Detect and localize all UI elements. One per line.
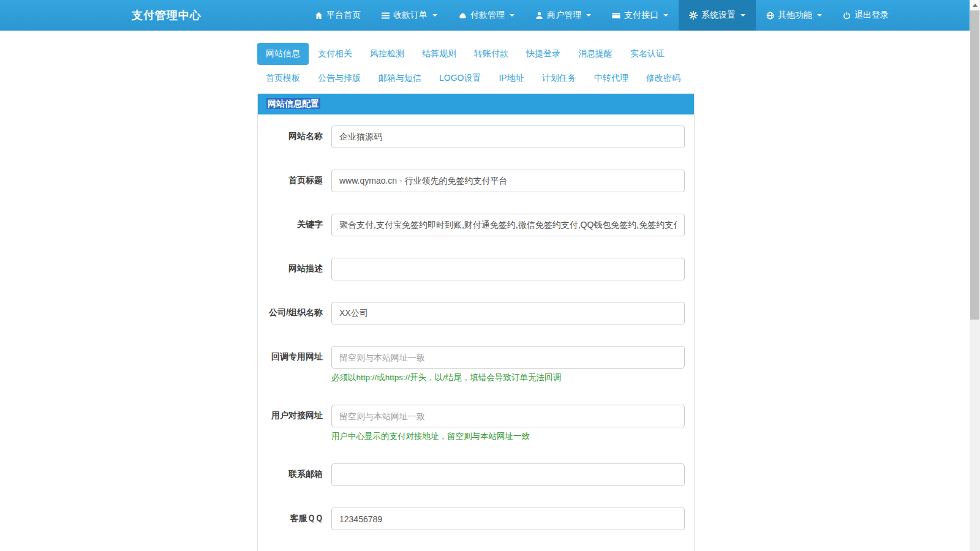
tab-site-info[interactable]: 网站信息 xyxy=(257,43,309,65)
tab-logo-settings[interactable]: LOGO设置 xyxy=(431,67,489,89)
chevron-down-icon xyxy=(586,14,591,17)
nav-logout[interactable]: 退出登录 xyxy=(832,0,899,31)
field-label: 联系邮箱 xyxy=(267,463,331,486)
field-help-text: 用户中心显示的支付对接地址，留空则与本站网址一致 xyxy=(331,431,685,442)
tab-ip-address[interactable]: IP地址 xyxy=(490,67,532,89)
form-row: 公司/组织名称 xyxy=(267,302,685,324)
globe-icon xyxy=(766,12,774,20)
tab-message-reminder[interactable]: 消息提醒 xyxy=(570,43,621,65)
tab-scheduled-tasks[interactable]: 计划任务 xyxy=(533,67,585,89)
tab-realname-auth[interactable]: 实名认证 xyxy=(622,43,673,65)
scroll-up-arrow-icon[interactable] xyxy=(970,0,980,10)
top-navbar: 支付管理中心 平台首页 收款订单 付款管理 商户管理 xyxy=(0,0,980,31)
nav-payment-management[interactable]: 付款管理 xyxy=(448,0,525,31)
site-info-panel: 网站信息配置 网站名称 首页标题 关键字 xyxy=(257,94,695,551)
chevron-down-icon xyxy=(510,14,514,17)
tab-transfer-payment[interactable]: 转账付款 xyxy=(466,43,517,65)
tab-risk-control[interactable]: 风控检测 xyxy=(361,43,413,65)
settings-tabs-row2: 首页模板 公告与排版 邮箱与短信 LOGO设置 IP地址 计划任务 中转代理 修… xyxy=(257,67,695,89)
site-name-input[interactable] xyxy=(331,126,685,148)
tab-email-sms[interactable]: 邮箱与短信 xyxy=(370,67,430,89)
power-icon xyxy=(843,12,851,20)
field-label: 回调专用网址 xyxy=(267,346,331,383)
app-title: 支付管理中心 xyxy=(132,0,202,31)
chevron-down-icon xyxy=(817,14,822,17)
chevron-down-icon xyxy=(432,14,437,17)
panel-heading: 网站信息配置 xyxy=(258,94,694,114)
company-name-input[interactable] xyxy=(331,302,685,324)
vertical-scrollbar[interactable] xyxy=(970,0,980,551)
panel-title: 网站信息配置 xyxy=(266,98,320,109)
tab-settlement-rules[interactable]: 结算规则 xyxy=(413,43,465,65)
field-label: 用户对接网址 xyxy=(267,405,331,442)
field-label: 网站描述 xyxy=(267,258,331,280)
field-help-text: 必须以http://或https://开头，以/结尾，填错会导致订单无法回调 xyxy=(331,372,685,383)
navbar-menu: 平台首页 收款订单 付款管理 商户管理 xyxy=(304,0,899,31)
chevron-down-icon xyxy=(663,14,668,17)
nav-collection-orders[interactable]: 收款订单 xyxy=(371,0,448,31)
form-row: 回调专用网址 必须以http://或https://开头，以/结尾，填错会导致订… xyxy=(267,346,685,383)
tab-announcement-layout[interactable]: 公告与排版 xyxy=(309,67,369,89)
keywords-input[interactable] xyxy=(331,214,685,236)
form-row: 用户对接网址 用户中心显示的支付对接地址，留空则与本站网址一致 xyxy=(267,405,685,442)
field-label: 公司/组织名称 xyxy=(267,302,331,324)
form-row: 首页标题 xyxy=(267,170,685,192)
field-label: 首页标题 xyxy=(267,170,331,192)
list-icon xyxy=(382,12,390,20)
tab-change-password[interactable]: 修改密码 xyxy=(638,67,689,89)
form-row: 关键字 xyxy=(267,214,685,236)
main-content: 网站信息 支付相关 风控检测 结算规则 转账付款 快捷登录 消息提醒 实名认证 … xyxy=(257,43,695,551)
nav-platform-home[interactable]: 平台首页 xyxy=(304,0,371,31)
site-description-input[interactable] xyxy=(331,258,685,280)
tab-payment-related[interactable]: 支付相关 xyxy=(309,43,361,65)
field-label: 关键字 xyxy=(267,214,331,236)
contact-email-input[interactable] xyxy=(331,463,685,486)
form-row: 客服ＱＱ xyxy=(267,508,685,530)
callback-url-input[interactable] xyxy=(331,346,685,369)
form-row: 网站名称 xyxy=(267,126,685,148)
user-link-url-input[interactable] xyxy=(331,405,685,427)
field-label: 客服ＱＱ xyxy=(267,508,331,530)
chevron-down-icon xyxy=(741,14,745,17)
form-row: 网站描述 xyxy=(267,258,685,280)
cloud-icon xyxy=(458,12,467,20)
tab-quick-login[interactable]: 快捷登录 xyxy=(518,43,569,65)
nav-other-functions[interactable]: 其他功能 xyxy=(756,0,832,31)
form-row: 联系邮箱 xyxy=(267,463,685,486)
credit-card-icon xyxy=(612,12,620,20)
field-label: 网站名称 xyxy=(267,126,331,148)
scrollbar-thumb[interactable] xyxy=(970,10,979,320)
settings-tabs-row1: 网站信息 支付相关 风控检测 结算规则 转账付款 快捷登录 消息提醒 实名认证 xyxy=(257,43,695,65)
panel-body: 网站名称 首页标题 关键字 网站描述 xyxy=(258,114,694,551)
nav-merchant-management[interactable]: 商户管理 xyxy=(525,0,601,31)
user-icon xyxy=(535,12,543,20)
nav-system-settings[interactable]: 系统设置 xyxy=(679,0,756,31)
tab-transit-proxy[interactable]: 中转代理 xyxy=(586,67,637,89)
tab-home-template[interactable]: 首页模板 xyxy=(257,67,309,89)
nav-payment-interface[interactable]: 支付接口 xyxy=(601,0,679,31)
service-qq-input[interactable] xyxy=(331,508,685,530)
home-title-input[interactable] xyxy=(331,170,685,192)
gear-icon xyxy=(689,11,698,20)
home-icon xyxy=(315,12,323,20)
